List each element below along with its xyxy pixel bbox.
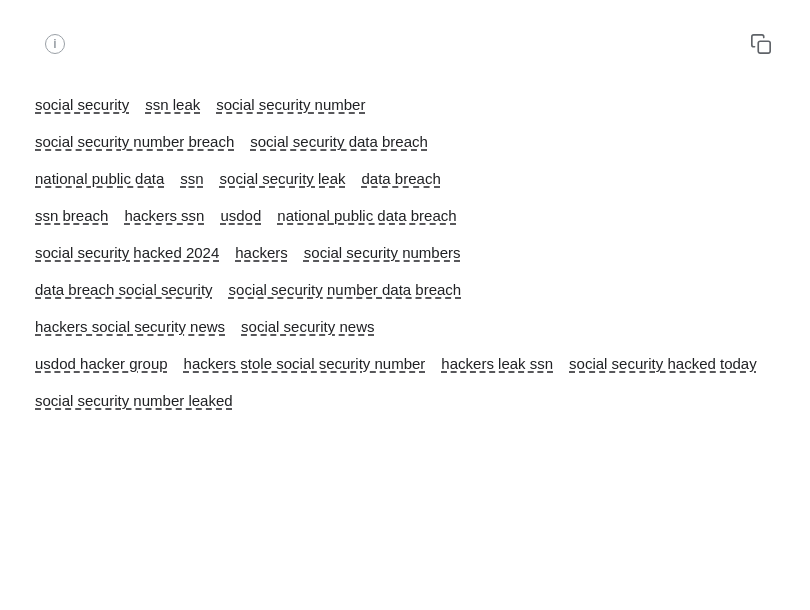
header-left: i (35, 34, 65, 54)
tag-row: hackers social security newssocial secur… (35, 310, 390, 343)
trend-tag[interactable]: data breach social security (35, 273, 225, 306)
info-icon[interactable]: i (45, 34, 65, 54)
trend-tag[interactable]: ssn leak (145, 88, 212, 121)
tag-row: social security hacked 2024hackerssocial… (35, 236, 477, 269)
trend-tag[interactable]: social security number data breach (229, 273, 474, 306)
tag-row: national public datassnsocial security l… (35, 162, 457, 195)
trend-tag[interactable]: hackers leak ssn (441, 347, 565, 380)
tag-row: social securityssn leaksocial security n… (35, 88, 381, 121)
trend-tag[interactable]: social security number (216, 88, 377, 121)
trend-tag[interactable]: hackers stole social security number (184, 347, 438, 380)
tag-row: ssn breachhackers ssnusdodnational publi… (35, 199, 473, 232)
trend-tag[interactable]: social security number leaked (35, 384, 245, 417)
trend-tag[interactable]: national public data (35, 162, 176, 195)
trend-tag[interactable]: hackers (235, 236, 300, 269)
trend-tag[interactable]: social security number breach (35, 125, 246, 158)
copy-icon[interactable] (747, 30, 775, 58)
trend-breakdown-panel: i social securityssn leaksocial security… (0, 0, 810, 610)
tags-container: social securityssn leaksocial security n… (35, 88, 775, 417)
tag-row: social security number breachsocial secu… (35, 125, 444, 158)
trend-tag[interactable]: usdod (220, 199, 273, 232)
trend-tag[interactable]: social security (35, 88, 141, 121)
trend-tag[interactable]: social security numbers (304, 236, 473, 269)
trend-tag[interactable]: social security data breach (250, 125, 440, 158)
trend-tag[interactable]: national public data breach (277, 199, 468, 232)
trend-tag[interactable]: hackers ssn (124, 199, 216, 232)
tag-row: hackers leak ssnsocial security hacked t… (441, 347, 772, 380)
tag-row: data breach social securitysocial securi… (35, 273, 477, 306)
trend-tag[interactable]: social security leak (220, 162, 358, 195)
trend-tag[interactable]: social security news (241, 310, 386, 343)
svg-rect-0 (758, 41, 770, 53)
tag-row: social security number leaked (35, 384, 249, 417)
trend-tag[interactable]: ssn breach (35, 199, 120, 232)
trend-tag[interactable]: social security hacked today (569, 347, 769, 380)
tag-row: usdod hacker grouphackers stole social s… (35, 347, 441, 380)
panel-header: i (35, 30, 775, 58)
trend-tag[interactable]: social security hacked 2024 (35, 236, 231, 269)
trend-tag[interactable]: ssn (180, 162, 215, 195)
trend-tag[interactable]: hackers social security news (35, 310, 237, 343)
trend-tag[interactable]: usdod hacker group (35, 347, 180, 380)
trend-tag[interactable]: data breach (362, 162, 453, 195)
